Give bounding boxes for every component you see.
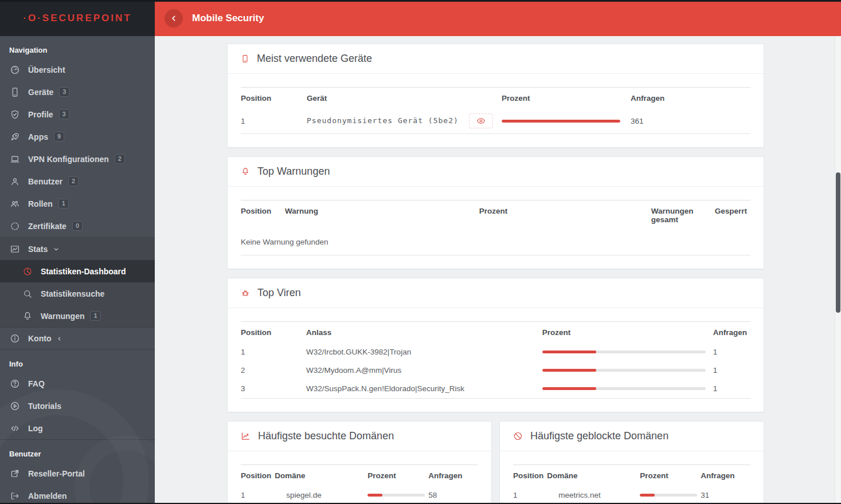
sidebar-item-label: Rollen [28,199,53,208]
sidebar-stats-group: Stats Statistiken-Dashboard Statistikens… [0,237,155,328]
brand-logo: ·O·SECUREPOINT [0,0,155,36]
app-header-bar: Mobile Security [155,0,841,36]
column-header: Anfragen [428,465,478,487]
bug-icon [241,288,250,298]
card-body: Position Anlass Prozent Anfragen 1 W32/I… [228,308,764,412]
sidebar-item-profile[interactable]: Profile 3 [0,103,155,125]
count-badge: 2 [68,176,79,186]
sidebar-item-zertifikate[interactable]: Zertifikate 0 [0,215,155,237]
sidebar-item-rollen[interactable]: Rollen 1 [0,192,155,215]
pie-chart-icon [22,266,33,277]
table-row: 2 W32/Mydoom.A@mm|Virus 1 [241,361,750,380]
page-title: Mobile Security [192,13,264,24]
sidebar-item-label: VPN Konfigurationen [28,155,109,164]
sidebar-item-uebersicht[interactable]: Übersicht [0,58,155,81]
user-icon [9,176,21,187]
bell-icon [22,310,33,322]
sidebar-item-label: Benutzer [28,177,62,186]
main-area: Mobile Security Meist verwendete Geräte [155,0,841,504]
sidebar-item-geraete[interactable]: Geräte 3 [0,81,155,103]
sidebar-item-statistiken-dashboard[interactable]: Statistiken-Dashboard [0,260,155,282]
percent-cell [542,380,713,399]
sidebar-item-reseller-portal[interactable]: Reseller-Portal [0,462,155,485]
column-header: Prozent [479,200,651,231]
sidebar-item-statistikensuche[interactable]: Statistikensuche [0,282,155,305]
blocked-domains-table: Position Domäne Prozent Anfragen 1 [513,464,750,504]
scrollbar-thumb[interactable] [836,172,840,313]
count-badge: 3 [59,87,69,97]
card-body: Position Domäne Prozent Anfragen 1 [500,451,764,504]
sidebar-item-label: Zertifikate [28,222,67,231]
percent-cell [542,343,713,361]
code-icon [9,423,21,434]
view-device-button[interactable] [469,113,493,128]
sidebar-info-block: Info FAQ Tutorials Log [0,350,155,439]
sidebar-section-benutzer: Benutzer [0,440,155,462]
sidebar-section-info: Info [0,350,155,372]
card-title: Top Warnungen [257,166,330,178]
blocked-circle-icon [513,431,523,441]
column-header: Prozent [502,88,631,109]
device-cell: Pseudonymisiertes Gerät (5be2) [307,109,502,134]
table-header-row: Position Domäne Prozent Anfragen [513,465,750,487]
card-header: Top Viren [228,278,764,308]
percent-cell [367,486,428,504]
sidebar-item-vpn-konfigurationen[interactable]: VPN Konfigurationen 2 [0,148,155,170]
card-body: Position Domäne Prozent Anfragen 1 [228,451,491,504]
table-header-row: Position Anlass Prozent Anfragen [241,322,750,344]
sidebar-item-konto[interactable]: Konto [0,328,155,350]
card-top-viruses: Top Viren Position Anlass Prozent Anfrag… [227,278,764,412]
sidebar-item-label: Profile [28,110,53,119]
back-button[interactable] [165,9,183,27]
question-circle-icon [9,378,21,389]
bottom-cards-row: Häufigste besuchte Domänen Position Domä… [227,421,764,504]
card-title: Häufigste besuchte Domänen [258,430,394,442]
requests-cell: 1 [713,343,750,361]
progress-bar [640,494,697,497]
sidebar-item-label: Stats [28,245,48,254]
sidebar-item-faq[interactable]: FAQ [0,372,155,395]
sidebar-item-warnungen[interactable]: Warnungen 1 [0,305,155,327]
card-title: Meist verwendete Geräte [257,53,372,65]
sidebar-item-label: Statistiken-Dashboard [41,267,126,276]
percent-cell [502,109,631,134]
warnings-table: Position Warnung Prozent Warnungen gesam… [241,200,750,255]
sidebar: ·O·SECUREPOINT Navigation Übersicht Gerä… [0,0,155,504]
shield-icon [9,109,21,120]
content-scroll-area: Meist verwendete Geräte Position Gerät P… [155,36,841,504]
sidebar-benutzer-block: Benutzer Reseller-Portal Abmelden [0,439,155,504]
sidebar-item-stats[interactable]: Stats [0,238,155,260]
device-name: Pseudonymisiertes Gerät (5be2) [307,116,459,125]
visited-domains-table: Position Domäne Prozent Anfragen 1 [241,464,478,504]
card-visited-domains: Häufigste besuchte Domänen Position Domä… [227,421,492,504]
sidebar-item-label: Konto [28,334,51,343]
sidebar-item-abmelden[interactable]: Abmelden [0,485,155,504]
sidebar-item-log[interactable]: Log [0,417,155,439]
sidebar-item-label: Statistikensuche [41,289,104,298]
column-header: Gerät [307,88,502,109]
domain-cell: meetrics.net [547,486,640,504]
scrollbar-track[interactable] [835,36,841,504]
sidebar-item-benutzer[interactable]: Benutzer 2 [0,170,155,192]
sidebar-item-apps[interactable]: Apps 9 [0,125,155,148]
sidebar-item-tutorials[interactable]: Tutorials [0,395,155,417]
progress-bar [542,369,706,372]
column-header: Prozent [367,465,428,487]
sidebar-section-navigation: Navigation [0,36,155,58]
card-header: Meist verwendete Geräte [228,44,764,74]
chevron-left-icon [56,335,63,342]
sidebar-item-label: Abmelden [28,491,67,501]
card-title: Top Viren [257,287,301,299]
position-cell: 1 [513,486,547,504]
gauge-icon [9,64,21,76]
smartphone-icon [9,86,21,98]
count-badge: 9 [54,132,64,141]
card-top-warnings: Top Warnungen Position Warnung Prozent W… [227,156,764,269]
column-header: Anlass [306,322,542,344]
chevron-down-icon [52,245,60,253]
column-header: Prozent [640,465,701,487]
users-icon [9,198,21,210]
empty-state-text: Keine Warnung gefunden [241,230,750,255]
position-cell: 1 [241,343,306,361]
requests-cell: 1 [713,380,750,399]
